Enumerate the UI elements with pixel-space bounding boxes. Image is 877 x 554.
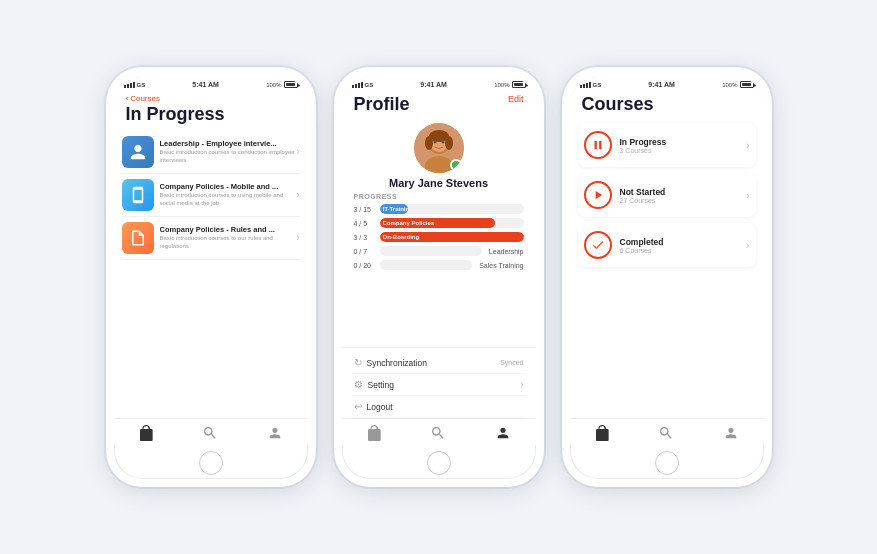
svg-point-5 bbox=[425, 136, 433, 150]
carrier-2: GS bbox=[365, 82, 374, 88]
courses-item-left-1: Not Started 27 Courses bbox=[584, 181, 666, 209]
menu-logout-label: Logout bbox=[367, 402, 393, 412]
status-bar-1: GS 5:41 AM 100% bbox=[114, 77, 308, 90]
menu-sync-left: ↻ Synchronization bbox=[354, 357, 427, 368]
phone1-screen: GS 5:41 AM 100% ‹ Courses In Progress bbox=[114, 77, 308, 479]
courses-item-name-2: Completed bbox=[620, 237, 664, 247]
prog-text-0: IT-Training bbox=[383, 206, 409, 212]
home-button-1[interactable] bbox=[199, 451, 223, 475]
progress-section: PROGRESS 3 / 15 IT-Training 4 / 5 bbox=[342, 193, 536, 343]
page-title-1: In Progress bbox=[126, 105, 296, 125]
phone1-content: ‹ Courses In Progress Leadership - Emplo… bbox=[114, 90, 308, 445]
phone3-content: Courses In Progress 3 Courses bbox=[570, 90, 764, 445]
course-desc-3: Basic introduction courses to our rules … bbox=[160, 235, 297, 251]
progress-row-0: 3 / 15 IT-Training bbox=[354, 204, 524, 214]
nav-briefcase-2[interactable] bbox=[366, 425, 382, 441]
prog-track-4 bbox=[380, 260, 473, 270]
course-arrow-2: › bbox=[296, 189, 299, 200]
course-name-2: Company Policies - Mobile and ... bbox=[160, 182, 280, 191]
divider bbox=[342, 347, 536, 348]
course-desc-2: Basic introduction courses to using mobi… bbox=[160, 192, 297, 208]
course-arrow-1: › bbox=[296, 146, 299, 157]
course-item-2[interactable]: Company Policies - Mobile and ... Basic … bbox=[122, 174, 300, 217]
nav-briefcase-1[interactable] bbox=[138, 425, 154, 441]
carrier-1: GS bbox=[137, 82, 146, 88]
prog-fill-0: IT-Training bbox=[380, 204, 409, 214]
course-text-3: Company Policies - Rules and ... Basic i… bbox=[160, 225, 297, 251]
nav-search-1[interactable] bbox=[202, 425, 218, 441]
prog-fill-3 bbox=[380, 246, 383, 256]
sync-status: Synced bbox=[500, 359, 523, 366]
svg-point-7 bbox=[433, 141, 436, 144]
prog-text-1: Company Policies bbox=[383, 220, 435, 226]
prog-track-3 bbox=[380, 246, 482, 256]
menu-setting-label: Setting bbox=[368, 380, 394, 390]
back-label[interactable]: Courses bbox=[130, 94, 160, 103]
home-area-3 bbox=[570, 445, 764, 479]
courses-title: Courses bbox=[582, 94, 752, 115]
battery-icon-3 bbox=[740, 81, 754, 88]
edit-button[interactable]: Edit bbox=[508, 94, 524, 104]
back-link[interactable]: ‹ Courses bbox=[126, 94, 296, 103]
courses-arrow-2: › bbox=[746, 239, 750, 251]
prog-track-1: Company Policies bbox=[380, 218, 524, 228]
courses-item-count-0: 3 Courses bbox=[620, 147, 667, 154]
nav-user-1[interactable] bbox=[267, 425, 283, 441]
nav-user-3[interactable] bbox=[723, 425, 739, 441]
courses-item-completed[interactable]: Completed 6 Courses › bbox=[578, 223, 756, 267]
course-item-1[interactable]: Leadership - Employee intervie... Basic … bbox=[122, 131, 300, 174]
prog-fill-4 bbox=[380, 260, 383, 270]
courses-item-left-2: Completed 6 Courses bbox=[584, 231, 664, 259]
phone1-header: ‹ Courses In Progress bbox=[114, 90, 308, 131]
phone2-screen: GS 9:41 AM 100% Profile Edit bbox=[342, 77, 536, 479]
completed-icon bbox=[584, 231, 612, 259]
prog-fill-1: Company Policies bbox=[380, 218, 495, 228]
prog-count-0: 3 / 15 bbox=[354, 206, 376, 213]
courses-item-text-0: In Progress 3 Courses bbox=[620, 137, 667, 154]
phone-courses: GS 9:41 AM 100% Courses bbox=[562, 67, 772, 487]
online-indicator bbox=[450, 159, 462, 171]
course-name-1: Leadership - Employee intervie... bbox=[160, 139, 280, 148]
prog-label-3: Leadership bbox=[489, 248, 524, 255]
nav-search-3[interactable] bbox=[658, 425, 674, 441]
battery-icon-2 bbox=[512, 81, 526, 88]
prog-text-2: On-Boarding bbox=[383, 234, 420, 240]
courses-arrow-0: › bbox=[746, 139, 750, 151]
menu-setting[interactable]: ⚙ Setting › bbox=[352, 374, 526, 396]
time-1: 5:41 AM bbox=[192, 81, 219, 88]
courses-arrow-1: › bbox=[746, 189, 750, 201]
prog-count-2: 3 / 3 bbox=[354, 234, 376, 241]
setting-arrow: › bbox=[520, 379, 523, 390]
prog-count-4: 0 / 20 bbox=[354, 262, 376, 269]
notstarted-icon bbox=[584, 181, 612, 209]
time-3: 9:41 AM bbox=[648, 81, 675, 88]
nav-search-2[interactable] bbox=[430, 425, 446, 441]
courses-item-notstarted[interactable]: Not Started 27 Courses › bbox=[578, 173, 756, 217]
progress-row-3: 0 / 7 Leadership bbox=[354, 246, 524, 256]
course-item-3[interactable]: Company Policies - Rules and ... Basic i… bbox=[122, 217, 300, 260]
menu-logout[interactable]: ↩ Logout bbox=[352, 396, 526, 418]
menu-setting-left: ⚙ Setting bbox=[354, 379, 394, 390]
course-arrow-3: › bbox=[296, 232, 299, 243]
progress-row-1: 4 / 5 Company Policies bbox=[354, 218, 524, 228]
carrier-3: GS bbox=[593, 82, 602, 88]
prog-count-1: 4 / 5 bbox=[354, 220, 376, 227]
course-list: Leadership - Employee intervie... Basic … bbox=[114, 131, 308, 418]
home-area-1 bbox=[114, 445, 308, 479]
courses-item-inprogress[interactable]: In Progress 3 Courses › bbox=[578, 123, 756, 167]
menu-sync[interactable]: ↻ Synchronization Synced bbox=[352, 352, 526, 374]
courses-item-left-0: In Progress 3 Courses bbox=[584, 131, 667, 159]
courses-item-name-1: Not Started bbox=[620, 187, 666, 197]
course-thumb-3 bbox=[122, 222, 154, 254]
battery-icon-1 bbox=[284, 81, 298, 88]
nav-briefcase-3[interactable] bbox=[594, 425, 610, 441]
courses-item-text-1: Not Started 27 Courses bbox=[620, 187, 666, 204]
nav-user-2[interactable] bbox=[495, 425, 511, 441]
phone3-screen: GS 9:41 AM 100% Courses bbox=[570, 77, 764, 479]
bottom-nav-1 bbox=[114, 418, 308, 445]
prog-fill-2: On-Boarding bbox=[380, 232, 524, 242]
home-button-3[interactable] bbox=[655, 451, 679, 475]
course-text-2: Company Policies - Mobile and ... Basic … bbox=[160, 182, 297, 208]
avatar bbox=[414, 123, 464, 173]
home-button-2[interactable] bbox=[427, 451, 451, 475]
